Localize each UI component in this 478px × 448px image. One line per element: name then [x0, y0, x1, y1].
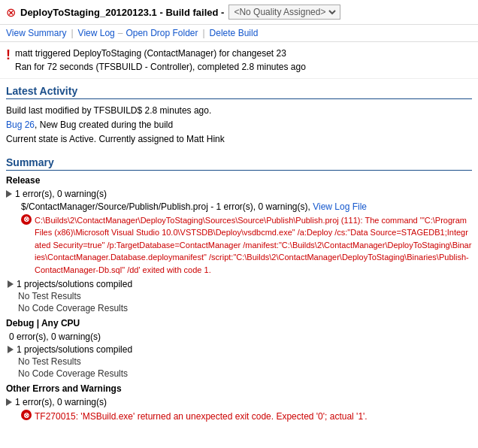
expand-compiled-icon[interactable]	[8, 280, 14, 288]
other-errors-title: Other Errors and Warnings	[6, 383, 472, 394]
release-no-coverage: No Code Coverage Results	[6, 303, 472, 313]
debug-compiled-line: 1 projects/solutions compiled	[6, 344, 472, 355]
other-error-count: 1 error(s), 0 warning(s)	[15, 397, 107, 407]
build-info-section: ! matt triggered DeployToStaging (Contac…	[0, 42, 478, 79]
build-info-text: matt triggered DeployToStaging (ContactM…	[15, 47, 306, 74]
release-error-summary-line: 1 error(s), 0 warning(s)	[6, 189, 472, 199]
other-error-summary-line: 1 error(s), 0 warning(s)	[6, 397, 472, 407]
quality-dropdown[interactable]: <No Quality Assigned>RejectedAccepted	[228, 5, 340, 20]
release-compiled-text: 1 projects/solutions compiled	[17, 279, 132, 289]
expand-debug-compiled-icon[interactable]	[8, 346, 14, 353]
tf-error-circle-icon: ⊗	[21, 410, 32, 420]
release-title: Release	[6, 175, 472, 186]
release-no-test: No Test Results	[6, 291, 472, 301]
sep2: –	[118, 28, 123, 38]
bug-link[interactable]: Bug 26	[6, 120, 35, 130]
tf-error-text: TF270015: 'MSBuild.exe' returned an unex…	[35, 410, 368, 423]
error-detail-block: ⊗ C:\Builds\2\ContactManager\DeployToSta…	[6, 214, 472, 277]
view-summary-link[interactable]: View Summary	[6, 28, 66, 38]
sep3: |	[202, 28, 204, 38]
activity-line2-suffix: , New Bug created during the build	[35, 120, 173, 130]
build-failed-icon: ⊗	[6, 5, 16, 20]
release-compiled-line: 1 projects/solutions compiled	[6, 279, 472, 289]
build-duration-line: Ran for 72 seconds (TFSBUILD - Controlle…	[15, 60, 306, 74]
debug-no-coverage: No Code Coverage Results	[6, 368, 472, 379]
view-log-link[interactable]: View Log	[78, 28, 115, 38]
latest-activity-section: Latest Activity Build last modified by T…	[0, 79, 478, 152]
open-drop-folder-link[interactable]: Open Drop Folder	[126, 28, 198, 38]
view-log-file-link[interactable]: View Log File	[313, 201, 367, 212]
expand-release-errors-icon[interactable]	[6, 190, 12, 198]
debug-error-summary-line: 0 error(s), 0 warning(s)	[6, 331, 472, 342]
debug-title: Debug | Any CPU	[6, 318, 472, 328]
build-info-icon: !	[6, 47, 11, 63]
build-trigger-line: matt triggered DeployToStaging (ContactM…	[15, 47, 306, 60]
header-bar: ⊗ DeployToStaging_20120123.1 - Build fai…	[0, 0, 478, 25]
summary-title: Summary	[6, 156, 472, 171]
debug-error-count: 0 error(s), 0 warning(s)	[6, 331, 101, 342]
build-title: DeployToStaging_20120123.1 - Build faile…	[20, 7, 224, 18]
activity-line2: Bug 26, New Bug created during the build	[6, 118, 472, 132]
latest-activity-title: Latest Activity	[6, 85, 472, 99]
toolbar: View Summary | View Log – Open Drop Fold…	[0, 25, 478, 42]
release-error-count: 1 error(s), 0 warning(s)	[15, 189, 107, 199]
delete-build-link[interactable]: Delete Build	[210, 28, 259, 38]
quality-select[interactable]: <No Quality Assigned>RejectedAccepted	[231, 6, 338, 18]
activity-line3: Current state is Active. Currently assig…	[6, 132, 472, 147]
tf-error-detail-inner: ⊗ TF270015: 'MSBuild.exe' returned an un…	[21, 410, 472, 423]
summary-section: Summary Release 1 error(s), 0 warning(s)…	[0, 152, 478, 430]
activity-text: Build last modified by TFSBUILD$ 2.8 min…	[6, 104, 472, 147]
expand-other-errors-icon[interactable]	[6, 398, 12, 406]
debug-compiled-text: 1 projects/solutions compiled	[17, 344, 132, 355]
publish-proj-text: $/ContactManager/Source/Publish/Publish.…	[21, 201, 310, 212]
debug-no-test: No Test Results	[6, 356, 472, 367]
activity-line1: Build last modified by TFSBUILD$ 2.8 min…	[6, 104, 472, 118]
tf-error-detail-block: ⊗ TF270015: 'MSBuild.exe' returned an un…	[6, 410, 472, 423]
publish-proj-line: $/ContactManager/Source/Publish/Publish.…	[6, 201, 472, 212]
error-circle-icon: ⊗	[21, 214, 32, 225]
error-detail-text: C:\Builds\2\ContactManager\DeployToStagi…	[35, 214, 472, 277]
error-detail-inner: ⊗ C:\Builds\2\ContactManager\DeployToSta…	[21, 214, 472, 277]
sep1: |	[71, 28, 73, 38]
